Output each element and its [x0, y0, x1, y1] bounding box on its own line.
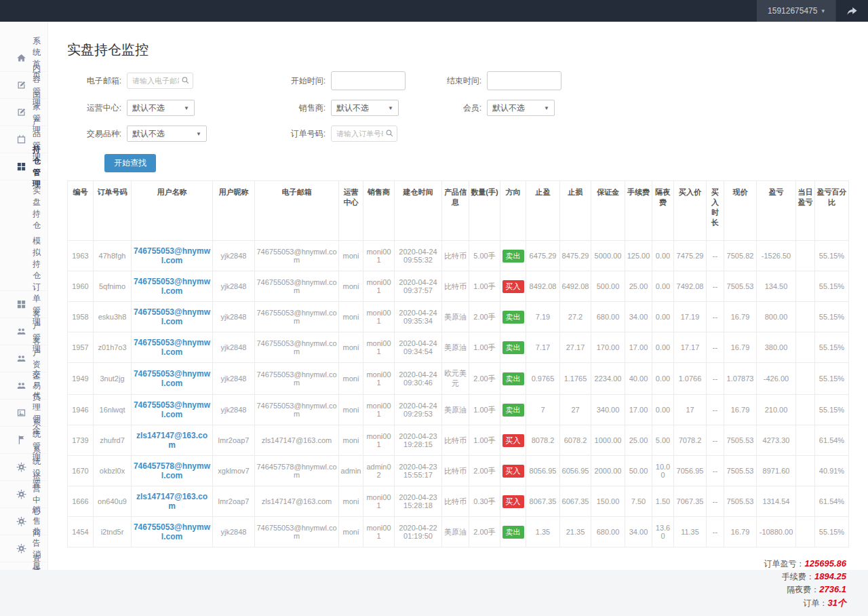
- cell: 比特币: [442, 425, 469, 456]
- filter-form: 电子邮箱: 开始时间: 结束时间: 运营中心:: [67, 71, 849, 180]
- grid-icon: [16, 299, 26, 309]
- sell-badge: 卖出: [502, 311, 524, 324]
- image-icon: [16, 408, 26, 418]
- cell: moni: [339, 517, 363, 547]
- cell: [796, 363, 815, 395]
- cell: 0.00: [652, 271, 674, 302]
- cell: 比特币: [442, 271, 469, 302]
- cell: 16.79: [724, 332, 757, 363]
- direction-cell: 买入: [500, 271, 526, 302]
- cell: 美原油: [442, 332, 469, 363]
- cell: --: [707, 517, 724, 547]
- direction-cell: 卖出: [500, 302, 526, 332]
- cell: 150.00: [591, 486, 625, 517]
- column-header: 订单号码: [94, 181, 132, 241]
- cell: 11.35: [674, 517, 707, 547]
- cell[interactable]: 746755053@hnymwl.com: [132, 395, 213, 425]
- logout-button[interactable]: [835, 0, 868, 22]
- sell-badge: 卖出: [502, 341, 524, 354]
- column-header: 数量(手): [469, 181, 500, 241]
- table-row: 1666on640u9zls147147@163.comlmr2oap7zls1…: [68, 486, 849, 517]
- sidebar-subitem[interactable]: 实盘持仓: [0, 183, 47, 233]
- cell: 2020-04-23 15:55:17: [395, 456, 442, 486]
- end-time-label: 结束时间:: [437, 75, 481, 87]
- cell: 746755053@hnymwl.com: [255, 271, 339, 302]
- cell: [796, 241, 815, 271]
- cell: 1739: [68, 425, 94, 456]
- cell[interactable]: zls147147@163.com: [132, 486, 213, 517]
- sidebar-subitem[interactable]: 模拟持仓: [0, 233, 47, 284]
- cell: --: [707, 486, 724, 517]
- cell: 8475.29: [560, 241, 591, 271]
- sales-select[interactable]: 默认不选: [331, 100, 399, 116]
- member-select[interactable]: 默认不选: [487, 100, 555, 116]
- cell: yjk2848: [213, 332, 255, 363]
- sidebar-item[interactable]: 直播管理: [0, 562, 47, 570]
- account-dropdown[interactable]: 15912675475: [757, 0, 835, 22]
- cell: 125.00: [625, 241, 652, 271]
- cell[interactable]: 746755053@hnymwl.com: [132, 517, 213, 547]
- cell: yjk2848: [213, 517, 255, 547]
- cell: 6078.2: [560, 425, 591, 456]
- cell: 6492.08: [560, 271, 591, 302]
- cell: 55.15%: [815, 517, 849, 547]
- cell[interactable]: zls147147@163.com: [132, 425, 213, 456]
- cell: 746755053@hnymwl.com: [255, 517, 339, 547]
- column-header: 当日盈亏: [796, 181, 815, 241]
- cell: moni001: [363, 486, 395, 517]
- cell: i2tnd5r: [94, 517, 132, 547]
- cell: 16nlwqt: [94, 395, 132, 425]
- column-header: 编号: [68, 181, 94, 241]
- cell[interactable]: 746755053@hnymwl.com: [132, 332, 213, 363]
- operation-center-select[interactable]: 默认不选: [127, 100, 195, 116]
- cell: 17.00: [625, 395, 652, 425]
- column-header: 运营中心: [339, 181, 363, 241]
- product-select[interactable]: 默认不选: [127, 126, 207, 142]
- gear-icon: [16, 543, 26, 554]
- cell: 746755053@hnymwl.com: [255, 332, 339, 363]
- column-header: 电子邮箱: [255, 181, 339, 241]
- start-time-input[interactable]: [331, 71, 406, 90]
- cell[interactable]: 746457578@hnymwl.com: [132, 456, 213, 486]
- sell-badge: 卖出: [502, 372, 524, 385]
- cell: 6475.29: [526, 241, 560, 271]
- cell[interactable]: 746755053@hnymwl.com: [132, 302, 213, 332]
- sell-badge: 卖出: [502, 404, 524, 417]
- cell: 5.00手: [469, 241, 500, 271]
- summary-row: 订单：31个: [804, 597, 846, 609]
- search-button[interactable]: 开始查找: [104, 154, 156, 172]
- cell: 2020-04-24 09:37:57: [395, 271, 442, 302]
- cell: moni: [339, 395, 363, 425]
- table-row: 19605qfnimo746755053@hnymwl.comyjk284874…: [68, 271, 849, 302]
- member-label: 会员:: [437, 102, 481, 114]
- cell: 746755053@hnymwl.com: [255, 241, 339, 271]
- cell: moni001: [363, 241, 395, 271]
- cell: 27: [560, 395, 591, 425]
- cell: 8492.08: [526, 271, 560, 302]
- cell: 40.91%: [815, 456, 849, 486]
- order-no-label: 订单号码:: [281, 128, 326, 140]
- table-row: 1670okbzl0x746457578@hnymwl.comxgklmov77…: [68, 456, 849, 486]
- cell: 2020-04-24 09:30:46: [395, 363, 442, 395]
- email-filter-label: 电子邮箱:: [67, 75, 121, 87]
- cell: 25.00: [625, 271, 652, 302]
- cell: --: [707, 425, 724, 456]
- cell: [796, 456, 815, 486]
- sidebar-item[interactable]: 持仓管理: [0, 153, 47, 180]
- cell: 1000.00: [591, 425, 625, 456]
- cell[interactable]: 746755053@hnymwl.com: [132, 271, 213, 302]
- cell: yjk2848: [213, 241, 255, 271]
- direction-cell: 卖出: [500, 241, 526, 271]
- column-header: 手续费: [625, 181, 652, 241]
- cell: 2234.00: [591, 363, 625, 395]
- cell[interactable]: 746755053@hnymwl.com: [132, 241, 213, 271]
- cell[interactable]: 746755053@hnymwl.com: [132, 363, 213, 395]
- cell: 5000.00: [591, 241, 625, 271]
- cell: --: [707, 456, 724, 486]
- cell: 61.54%: [815, 486, 849, 517]
- cell: 1960: [68, 271, 94, 302]
- cell: 0.00: [652, 332, 674, 363]
- end-time-input[interactable]: [487, 71, 561, 90]
- cell: [796, 517, 815, 547]
- cell: yjk2848: [213, 395, 255, 425]
